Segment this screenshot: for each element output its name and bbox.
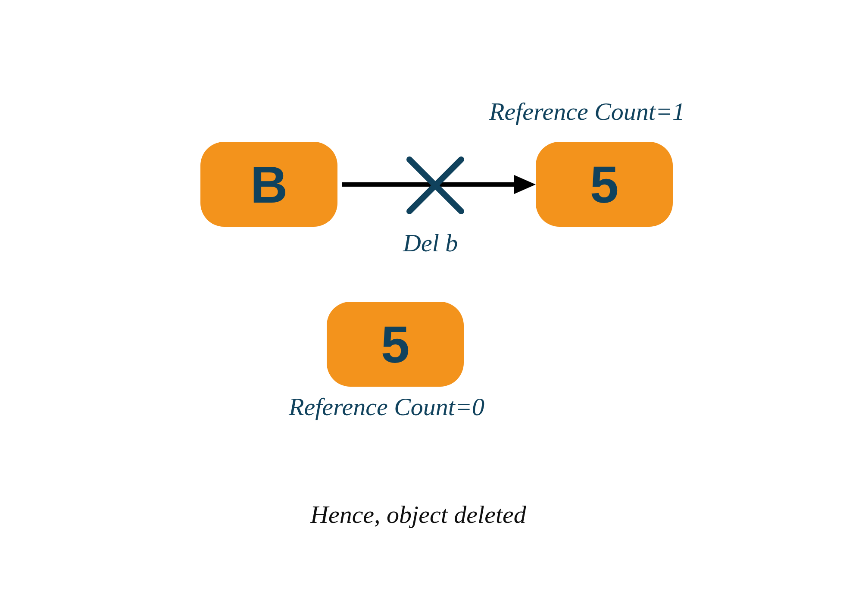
node-b: B [200,142,337,227]
label-del-b: Del b [403,228,458,257]
node-five-bottom: 5 [327,302,464,387]
node-b-label: B [250,159,288,210]
svg-line-1 [409,159,461,211]
cross-icon [409,159,461,211]
node-five-top: 5 [536,142,673,227]
diagram-stage: B 5 5 Reference Count=1 Del b Reference … [0,0,862,616]
node-five-top-label: 5 [590,159,619,210]
arrow-head-icon [514,175,536,194]
label-refcount-0: Reference Count=0 [289,392,484,421]
label-refcount-1: Reference Count=1 [489,97,685,126]
svg-line-0 [409,159,461,211]
label-conclusion: Hence, object deleted [310,500,526,529]
node-five-bottom-label: 5 [381,319,410,370]
